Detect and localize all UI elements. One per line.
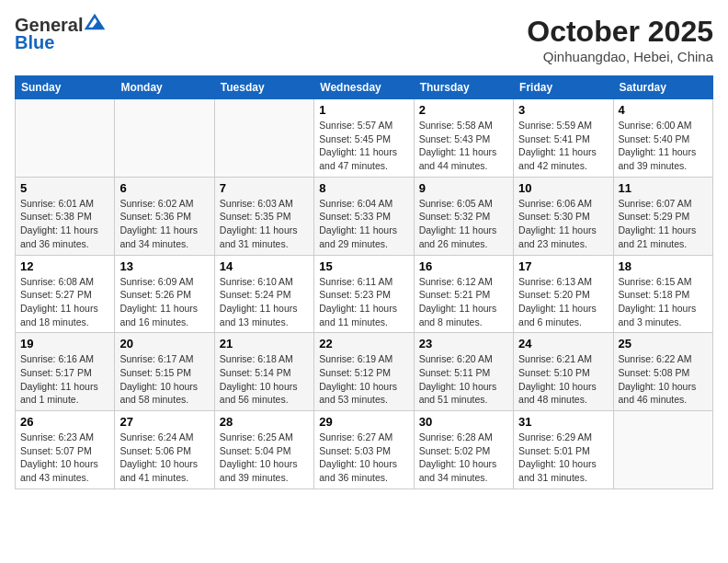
calendar-header-row: SundayMondayTuesdayWednesdayThursdayFrid… bbox=[16, 76, 713, 99]
logo: General Blue bbox=[15, 15, 105, 53]
weekday-header: Saturday bbox=[613, 76, 712, 99]
day-info: Sunrise: 6:25 AM Sunset: 5:04 PM Dayligh… bbox=[220, 431, 309, 485]
calendar-day-cell: 19Sunrise: 6:16 AM Sunset: 5:17 PM Dayli… bbox=[16, 333, 115, 411]
day-info: Sunrise: 6:12 AM Sunset: 5:21 PM Dayligh… bbox=[419, 275, 508, 329]
day-info: Sunrise: 5:58 AM Sunset: 5:43 PM Dayligh… bbox=[419, 119, 508, 173]
day-info: Sunrise: 6:27 AM Sunset: 5:03 PM Dayligh… bbox=[319, 431, 408, 485]
logo-icon bbox=[85, 12, 105, 32]
calendar-week-row: 1Sunrise: 5:57 AM Sunset: 5:45 PM Daylig… bbox=[16, 99, 713, 178]
weekday-header: Thursday bbox=[414, 76, 513, 99]
calendar-table: SundayMondayTuesdayWednesdayThursdayFrid… bbox=[15, 75, 713, 489]
calendar-day-cell bbox=[613, 411, 712, 489]
day-number: 7 bbox=[220, 181, 309, 195]
day-number: 20 bbox=[119, 337, 209, 350]
calendar-day-cell: 12Sunrise: 6:08 AM Sunset: 5:27 PM Dayli… bbox=[16, 255, 115, 333]
day-number: 13 bbox=[119, 259, 209, 273]
weekday-header: Sunday bbox=[16, 76, 115, 99]
calendar-day-cell bbox=[115, 99, 214, 178]
calendar-week-row: 12Sunrise: 6:08 AM Sunset: 5:27 PM Dayli… bbox=[16, 255, 713, 333]
day-number: 21 bbox=[220, 337, 309, 350]
weekday-header: Wednesday bbox=[314, 76, 414, 99]
calendar-day-cell: 16Sunrise: 6:12 AM Sunset: 5:21 PM Dayli… bbox=[414, 255, 513, 333]
day-info: Sunrise: 6:10 AM Sunset: 5:24 PM Dayligh… bbox=[220, 275, 309, 329]
day-info: Sunrise: 6:02 AM Sunset: 5:36 PM Dayligh… bbox=[119, 197, 209, 251]
day-info: Sunrise: 6:06 AM Sunset: 5:30 PM Dayligh… bbox=[518, 197, 608, 251]
calendar-day-cell: 14Sunrise: 6:10 AM Sunset: 5:24 PM Dayli… bbox=[214, 255, 313, 333]
day-number: 27 bbox=[119, 415, 209, 429]
day-number: 8 bbox=[319, 181, 408, 195]
day-number: 17 bbox=[518, 259, 608, 273]
weekday-header: Friday bbox=[514, 76, 613, 99]
day-number: 31 bbox=[518, 415, 608, 429]
day-info: Sunrise: 6:15 AM Sunset: 5:18 PM Dayligh… bbox=[619, 275, 708, 329]
day-number: 10 bbox=[518, 181, 608, 195]
day-number: 18 bbox=[619, 259, 708, 273]
day-number: 2 bbox=[419, 103, 508, 117]
weekday-header: Tuesday bbox=[214, 76, 313, 99]
day-info: Sunrise: 6:01 AM Sunset: 5:38 PM Dayligh… bbox=[20, 197, 109, 251]
calendar-day-cell: 28Sunrise: 6:25 AM Sunset: 5:04 PM Dayli… bbox=[214, 411, 313, 489]
calendar-day-cell: 25Sunrise: 6:22 AM Sunset: 5:08 PM Dayli… bbox=[613, 333, 712, 411]
calendar-day-cell: 11Sunrise: 6:07 AM Sunset: 5:29 PM Dayli… bbox=[613, 177, 712, 255]
day-number: 30 bbox=[419, 415, 508, 429]
day-info: Sunrise: 6:05 AM Sunset: 5:32 PM Dayligh… bbox=[419, 197, 508, 251]
day-number: 26 bbox=[20, 415, 109, 429]
day-info: Sunrise: 6:18 AM Sunset: 5:14 PM Dayligh… bbox=[220, 352, 309, 407]
calendar-day-cell: 1Sunrise: 5:57 AM Sunset: 5:45 PM Daylig… bbox=[314, 99, 414, 178]
calendar-day-cell: 24Sunrise: 6:21 AM Sunset: 5:10 PM Dayli… bbox=[514, 333, 613, 411]
calendar-day-cell: 15Sunrise: 6:11 AM Sunset: 5:23 PM Dayli… bbox=[314, 255, 414, 333]
calendar-day-cell: 13Sunrise: 6:09 AM Sunset: 5:26 PM Dayli… bbox=[115, 255, 214, 333]
day-number: 4 bbox=[619, 103, 708, 117]
calendar-day-cell: 29Sunrise: 6:27 AM Sunset: 5:03 PM Dayli… bbox=[314, 411, 414, 489]
day-number: 25 bbox=[619, 337, 708, 350]
calendar-day-cell bbox=[16, 99, 115, 178]
calendar-day-cell: 10Sunrise: 6:06 AM Sunset: 5:30 PM Dayli… bbox=[514, 177, 613, 255]
day-info: Sunrise: 6:20 AM Sunset: 5:11 PM Dayligh… bbox=[419, 352, 508, 407]
day-number: 23 bbox=[419, 337, 508, 350]
day-number: 29 bbox=[319, 415, 408, 429]
day-info: Sunrise: 6:13 AM Sunset: 5:20 PM Dayligh… bbox=[518, 275, 608, 329]
day-info: Sunrise: 6:28 AM Sunset: 5:02 PM Dayligh… bbox=[419, 431, 508, 485]
day-info: Sunrise: 6:00 AM Sunset: 5:40 PM Dayligh… bbox=[619, 119, 708, 173]
day-info: Sunrise: 6:21 AM Sunset: 5:10 PM Dayligh… bbox=[518, 352, 608, 407]
page-header: General Blue October 2025 Qinhuangdao, H… bbox=[15, 15, 713, 64]
calendar-week-row: 5Sunrise: 6:01 AM Sunset: 5:38 PM Daylig… bbox=[16, 177, 713, 255]
month-title: October 2025 bbox=[527, 15, 713, 49]
calendar-week-row: 26Sunrise: 6:23 AM Sunset: 5:07 PM Dayli… bbox=[16, 411, 713, 489]
calendar-day-cell: 7Sunrise: 6:03 AM Sunset: 5:35 PM Daylig… bbox=[214, 177, 313, 255]
day-info: Sunrise: 6:19 AM Sunset: 5:12 PM Dayligh… bbox=[319, 352, 408, 407]
day-info: Sunrise: 6:09 AM Sunset: 5:26 PM Dayligh… bbox=[119, 275, 209, 329]
day-number: 28 bbox=[220, 415, 309, 429]
calendar-day-cell: 22Sunrise: 6:19 AM Sunset: 5:12 PM Dayli… bbox=[314, 333, 414, 411]
day-number: 9 bbox=[419, 181, 508, 195]
day-number: 19 bbox=[20, 337, 109, 350]
day-info: Sunrise: 6:17 AM Sunset: 5:15 PM Dayligh… bbox=[119, 352, 209, 407]
calendar-day-cell: 8Sunrise: 6:04 AM Sunset: 5:33 PM Daylig… bbox=[314, 177, 414, 255]
weekday-header: Monday bbox=[115, 76, 214, 99]
calendar-day-cell: 17Sunrise: 6:13 AM Sunset: 5:20 PM Dayli… bbox=[514, 255, 613, 333]
calendar-day-cell: 4Sunrise: 6:00 AM Sunset: 5:40 PM Daylig… bbox=[613, 99, 712, 178]
day-number: 12 bbox=[20, 259, 109, 273]
calendar-day-cell: 21Sunrise: 6:18 AM Sunset: 5:14 PM Dayli… bbox=[214, 333, 313, 411]
day-number: 14 bbox=[220, 259, 309, 273]
day-number: 5 bbox=[20, 181, 109, 195]
calendar-day-cell: 18Sunrise: 6:15 AM Sunset: 5:18 PM Dayli… bbox=[613, 255, 712, 333]
day-number: 24 bbox=[518, 337, 608, 350]
day-number: 16 bbox=[419, 259, 508, 273]
day-info: Sunrise: 6:23 AM Sunset: 5:07 PM Dayligh… bbox=[20, 431, 109, 485]
calendar-day-cell: 5Sunrise: 6:01 AM Sunset: 5:38 PM Daylig… bbox=[16, 177, 115, 255]
calendar-day-cell: 6Sunrise: 6:02 AM Sunset: 5:36 PM Daylig… bbox=[115, 177, 214, 255]
calendar-day-cell bbox=[214, 99, 313, 178]
day-number: 11 bbox=[619, 181, 708, 195]
calendar-day-cell: 3Sunrise: 5:59 AM Sunset: 5:41 PM Daylig… bbox=[514, 99, 613, 178]
calendar-day-cell: 30Sunrise: 6:28 AM Sunset: 5:02 PM Dayli… bbox=[414, 411, 513, 489]
calendar-day-cell: 26Sunrise: 6:23 AM Sunset: 5:07 PM Dayli… bbox=[16, 411, 115, 489]
calendar-day-cell: 20Sunrise: 6:17 AM Sunset: 5:15 PM Dayli… bbox=[115, 333, 214, 411]
calendar-day-cell: 9Sunrise: 6:05 AM Sunset: 5:32 PM Daylig… bbox=[414, 177, 513, 255]
day-info: Sunrise: 6:04 AM Sunset: 5:33 PM Dayligh… bbox=[319, 197, 408, 251]
day-info: Sunrise: 6:24 AM Sunset: 5:06 PM Dayligh… bbox=[119, 431, 209, 485]
day-number: 6 bbox=[119, 181, 209, 195]
day-info: Sunrise: 6:07 AM Sunset: 5:29 PM Dayligh… bbox=[619, 197, 708, 251]
day-info: Sunrise: 6:03 AM Sunset: 5:35 PM Dayligh… bbox=[220, 197, 309, 251]
day-number: 15 bbox=[319, 259, 408, 273]
